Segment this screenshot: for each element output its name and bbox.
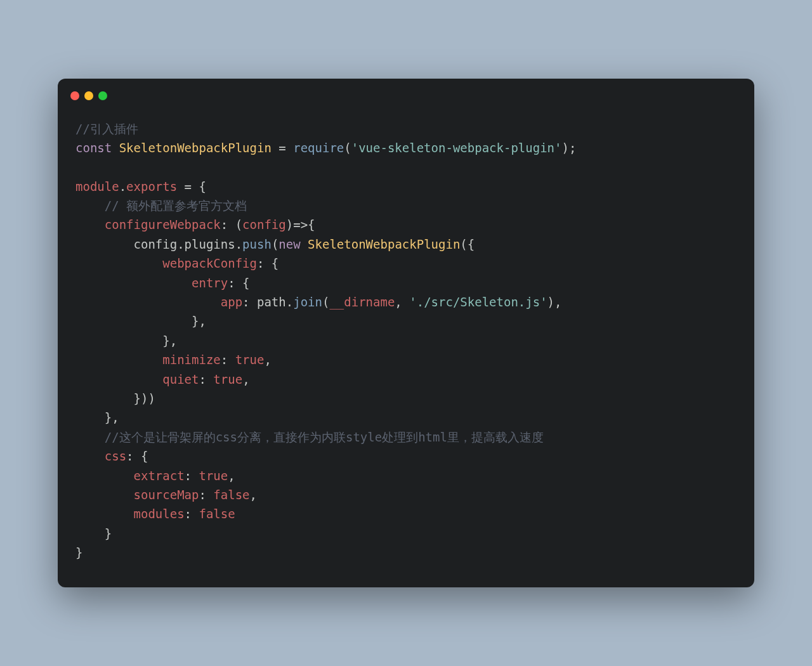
code-punct: ( [322,295,329,309]
code-punct: , [228,469,235,483]
code-classname: SkeletonWebpackPlugin [119,141,272,155]
code-property: webpackConfig [75,256,257,270]
code-window: //引入插件 const SkeletonWebpackPlugin = req… [58,79,754,588]
code-punct: , [242,372,249,386]
code-punct: : { [228,276,249,290]
code-property: configureWebpack [75,218,221,232]
code-operator: = [272,141,293,155]
code-property: __dirname [329,295,395,309]
code-comment: //这个是让骨架屏的css分离，直接作为内联style处理到html里，提高载入… [75,430,544,444]
code-punct: }, [75,314,206,328]
code-punct: : { [257,256,278,270]
code-punct: : { [126,449,148,463]
code-property: quiet [75,372,199,386]
code-comment: //引入插件 [75,122,138,136]
code-punct: )=>{ [286,218,315,232]
close-icon[interactable] [70,91,79,100]
maximize-icon[interactable] [98,91,107,100]
code-boolean: true [235,353,265,367]
code-classname: SkeletonWebpackPlugin [308,237,460,251]
code-punct: }, [75,334,177,348]
code-param: config [242,218,286,232]
code-punct: : [199,488,213,502]
code-punct: : [221,353,235,367]
code-punct: })) [75,391,155,405]
code-punct: . [119,180,126,193]
code-property: minimize [75,353,221,367]
code-punct: ( [344,141,351,155]
code-property: module [75,180,119,193]
code-property: sourceMap [75,488,199,502]
code-boolean: false [213,488,249,502]
code-punct: ({ [460,237,475,251]
code-punct: , [264,353,271,367]
code-space [301,237,308,251]
code-property: css [75,449,126,463]
code-function: join [293,295,322,309]
code-punct: : path. [242,295,293,309]
code-punct: } [75,526,112,540]
code-text: config.plugins. [75,237,242,251]
code-function: push [242,237,272,251]
code-punct: ); [561,141,576,155]
code-property: app [75,295,242,309]
window-titlebar [58,91,754,107]
code-string: 'vue-skeleton-webpack-plugin' [351,141,562,155]
code-punct: : ( [221,218,242,232]
code-boolean: false [199,507,235,521]
code-boolean: true [213,372,242,386]
code-property: exports [126,180,177,193]
code-punct: ), [547,295,562,309]
code-punct: }, [75,410,119,424]
code-property: entry [75,276,228,290]
code-punct: : [185,507,199,521]
code-punct: : [199,372,213,386]
code-string: './src/Skeleton.js' [409,295,547,309]
code-punct: ( [272,237,278,251]
code-punct: = { [177,180,206,193]
code-punct: , [250,488,257,502]
code-function: require [293,141,344,155]
code-punct: , [395,295,409,309]
code-keyword: new [278,237,300,251]
code-block: //引入插件 const SkeletonWebpackPlugin = req… [58,107,754,569]
code-boolean: true [199,469,228,483]
code-comment: // 额外配置参考官方文档 [75,199,247,212]
code-punct: : [185,469,199,483]
code-punct: } [75,545,82,559]
code-keyword: const [75,141,112,155]
code-property: modules [75,507,185,521]
code-property: extract [75,469,185,483]
minimize-icon[interactable] [84,91,93,100]
